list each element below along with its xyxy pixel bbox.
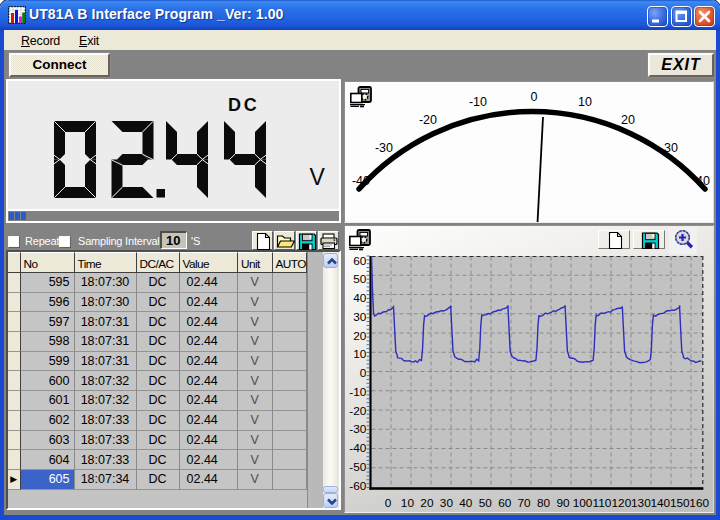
svg-text:0: 0 bbox=[531, 90, 538, 104]
svg-text:30: 30 bbox=[353, 310, 367, 324]
svg-text:20: 20 bbox=[621, 113, 635, 127]
svg-text:40: 40 bbox=[353, 291, 367, 305]
svg-text:110: 110 bbox=[593, 496, 612, 510]
svg-text:-40: -40 bbox=[349, 441, 366, 455]
svg-text:-50: -50 bbox=[349, 460, 366, 474]
svg-text:50: 50 bbox=[479, 496, 493, 510]
svg-text:50: 50 bbox=[353, 272, 367, 286]
svg-text:0: 0 bbox=[385, 496, 392, 510]
svg-text:140: 140 bbox=[650, 496, 670, 510]
svg-text:70: 70 bbox=[518, 496, 532, 510]
svg-text:-30: -30 bbox=[349, 422, 366, 436]
svg-text:-10: -10 bbox=[469, 95, 487, 109]
svg-text:10: 10 bbox=[353, 347, 367, 361]
svg-text:100: 100 bbox=[573, 496, 593, 510]
svg-text:60: 60 bbox=[498, 496, 512, 510]
svg-text:-20: -20 bbox=[419, 113, 437, 127]
svg-text:-20: -20 bbox=[349, 404, 366, 418]
svg-text:-30: -30 bbox=[375, 141, 393, 155]
svg-text:80: 80 bbox=[537, 496, 551, 510]
svg-text:10: 10 bbox=[401, 496, 415, 510]
svg-text:40: 40 bbox=[696, 174, 710, 188]
svg-text:-40: -40 bbox=[352, 174, 370, 188]
svg-text:10: 10 bbox=[578, 95, 592, 109]
svg-text:-60: -60 bbox=[349, 479, 366, 493]
svg-text:0: 0 bbox=[360, 366, 367, 380]
svg-text:20: 20 bbox=[420, 496, 434, 510]
svg-text:60: 60 bbox=[353, 254, 367, 268]
svg-text:30: 30 bbox=[664, 141, 678, 155]
svg-text:90: 90 bbox=[556, 496, 570, 510]
svg-text:-10: -10 bbox=[349, 385, 366, 399]
svg-text:160: 160 bbox=[689, 496, 709, 510]
svg-text:20: 20 bbox=[353, 329, 367, 343]
svg-text:30: 30 bbox=[440, 496, 454, 510]
svg-text:120: 120 bbox=[612, 496, 632, 510]
svg-text:40: 40 bbox=[459, 496, 473, 510]
svg-text:150: 150 bbox=[670, 496, 690, 510]
svg-text:130: 130 bbox=[631, 496, 651, 510]
